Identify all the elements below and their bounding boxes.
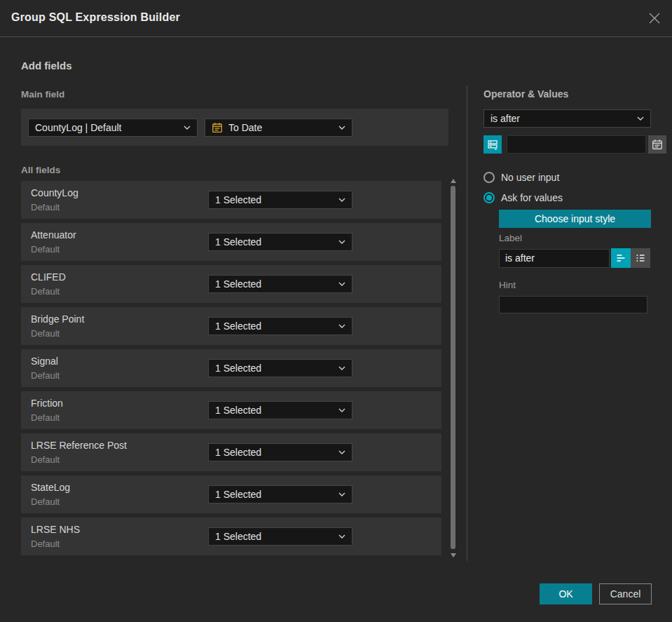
radio-unselected-icon <box>484 172 495 183</box>
main-field-panel: CountyLog | Default To Date <box>21 109 448 146</box>
radio-ask-for-values[interactable]: Ask for values <box>484 192 652 203</box>
field-subtitle: Default <box>31 412 60 423</box>
field-subtitle: Default <box>31 286 60 297</box>
panel-divider <box>467 86 467 561</box>
scroll-down-icon[interactable] <box>451 553 456 557</box>
field-name: LRSE NHS <box>31 524 80 535</box>
ask-values-options: Choose input style Label <box>499 210 651 313</box>
ok-button[interactable]: OK <box>540 583 592 604</box>
close-icon[interactable] <box>647 11 662 26</box>
field-subtitle: Default <box>31 539 60 549</box>
chevron-down-icon <box>338 450 345 454</box>
operator-values-panel: Operator & Values is after <box>484 84 652 313</box>
dialog-header: Group SQL Expression Builder <box>0 0 672 37</box>
label-row <box>499 248 651 268</box>
group-sql-expression-builder-dialog: Group SQL Expression Builder Add fields … <box>0 0 672 622</box>
label-caption: Label <box>499 233 651 243</box>
all-fields-label: All fields <box>21 165 60 175</box>
field-selected-value: 1 Selected <box>215 531 334 542</box>
chevron-down-icon <box>338 366 345 370</box>
chevron-down-icon <box>184 126 191 130</box>
field-row[interactable]: Bridge Point Default 1 Selected <box>21 307 441 345</box>
field-row[interactable]: CountyLog Default 1 Selected <box>21 181 441 219</box>
text-input-style-icon[interactable] <box>611 248 631 268</box>
list-scrollbar[interactable] <box>449 177 457 559</box>
list-input-style-icon[interactable] <box>631 248 650 268</box>
field-name: Friction <box>31 398 63 409</box>
add-fields-heading: Add fields <box>21 60 72 72</box>
field-selected-value: 1 Selected <box>215 194 334 205</box>
field-selected-dropdown[interactable]: 1 Selected <box>208 191 352 209</box>
field-row[interactable]: StateLog Default 1 Selected <box>21 475 441 513</box>
field-selected-dropdown[interactable]: 1 Selected <box>208 527 352 546</box>
chevron-down-icon <box>338 198 345 202</box>
field-subtitle: Default <box>31 454 60 465</box>
field-name: Bridge Point <box>31 313 84 325</box>
field-selected-dropdown[interactable]: 1 Selected <box>208 485 352 503</box>
field-selected-value: 1 Selected <box>215 405 334 416</box>
field-subtitle: Default <box>31 370 60 381</box>
unique-values-icon[interactable] <box>484 135 502 154</box>
scroll-up-icon[interactable] <box>451 179 456 183</box>
chevron-down-icon <box>338 240 345 244</box>
field-name: Signal <box>31 356 58 367</box>
field-selected-dropdown[interactable]: 1 Selected <box>208 317 352 335</box>
value-input[interactable] <box>507 135 646 154</box>
operator-select[interactable]: is after <box>484 109 651 128</box>
field-selected-dropdown[interactable]: 1 Selected <box>208 443 352 461</box>
operator-select-value: is after <box>491 113 633 124</box>
field-selected-dropdown[interactable]: 1 Selected <box>208 401 352 419</box>
field-subtitle: Default <box>31 496 60 507</box>
field-row[interactable]: LRSE NHS Default 1 Selected <box>21 518 441 555</box>
main-field-select-value: CountyLog | Default <box>35 122 179 133</box>
field-selected-dropdown[interactable]: 1 Selected <box>208 275 352 293</box>
operator-values-heading: Operator & Values <box>484 88 652 100</box>
hint-input[interactable] <box>499 296 647 313</box>
radio-no-user-input-label: No user input <box>501 172 559 183</box>
hint-caption: Hint <box>499 280 651 290</box>
field-name: CLIFED <box>31 271 66 283</box>
radio-selected-icon <box>484 192 495 203</box>
value-entry-row <box>484 135 652 154</box>
calendar-picker-icon[interactable] <box>648 135 666 154</box>
cancel-button[interactable]: Cancel <box>599 583 652 604</box>
field-selected-value: 1 Selected <box>215 320 334 332</box>
chevron-down-icon <box>338 282 345 286</box>
main-field-label: Main field <box>21 89 64 100</box>
field-subtitle: Default <box>31 328 60 339</box>
field-row[interactable]: CLIFED Default 1 Selected <box>21 265 441 303</box>
calendar-icon <box>212 122 223 133</box>
field-name: Attenuator <box>31 229 76 241</box>
field-row[interactable]: LRSE Reference Post Default 1 Selected <box>21 433 441 471</box>
chevron-down-icon <box>338 492 345 496</box>
chevron-down-icon <box>338 534 345 539</box>
field-selected-value: 1 Selected <box>215 489 334 500</box>
field-row[interactable]: Signal Default 1 Selected <box>21 349 441 387</box>
field-name: CountyLog <box>31 187 78 198</box>
main-field-select[interactable]: CountyLog | Default <box>28 119 198 137</box>
choose-input-style-button[interactable]: Choose input style <box>499 210 651 228</box>
dialog-title: Group SQL Expression Builder <box>11 11 180 24</box>
field-subtitle: Default <box>31 202 60 212</box>
chevron-down-icon <box>338 324 345 328</box>
field-row[interactable]: Friction Default 1 Selected <box>21 391 441 429</box>
scrollbar-thumb[interactable] <box>451 186 455 549</box>
all-fields-list: CountyLog Default 1 Selected Attenuator … <box>21 181 441 560</box>
chevron-down-icon <box>637 116 644 121</box>
field-row[interactable]: Attenuator Default 1 Selected <box>21 223 441 261</box>
field-selected-value: 1 Selected <box>215 278 334 290</box>
field-selected-dropdown[interactable]: 1 Selected <box>208 233 352 251</box>
field-selected-dropdown[interactable]: 1 Selected <box>208 359 352 377</box>
chevron-down-icon <box>338 126 345 130</box>
field-selected-value: 1 Selected <box>215 236 334 248</box>
input-mode-radio-group: No user input Ask for values <box>484 172 652 203</box>
field-selected-value: 1 Selected <box>215 447 334 458</box>
main-field-type-select[interactable]: To Date <box>205 119 352 137</box>
field-subtitle: Default <box>31 244 60 255</box>
main-field-type-value: To Date <box>228 122 334 133</box>
field-name: LRSE Reference Post <box>31 440 127 451</box>
radio-ask-for-values-label: Ask for values <box>501 192 563 203</box>
chevron-down-icon <box>338 408 345 412</box>
label-input[interactable] <box>499 249 610 268</box>
radio-no-user-input[interactable]: No user input <box>484 172 652 183</box>
